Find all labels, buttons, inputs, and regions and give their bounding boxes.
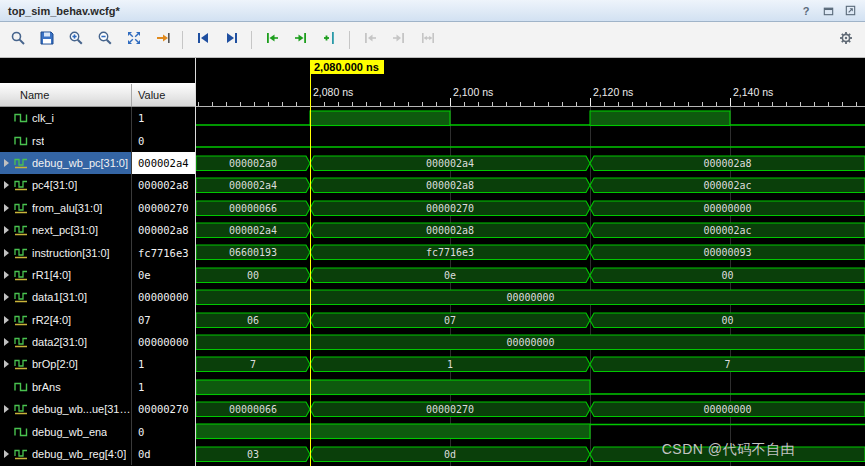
signal-name-cell[interactable]: debug_wb_reg[4:0] (0, 443, 131, 465)
go-to-last-time-button[interactable] (218, 27, 245, 53)
expand-arrow-icon[interactable] (4, 360, 9, 368)
tab-title[interactable]: top_sim_behav.wcfg* (0, 5, 120, 17)
signal-row[interactable]: brAns1 (0, 376, 195, 398)
signal-value: 0 (131, 129, 195, 151)
cursor-time-label[interactable]: 2,080.000 ns (310, 60, 384, 74)
expand-arrow-icon[interactable] (4, 181, 9, 189)
wave-row[interactable]: 00000000 (196, 286, 865, 308)
signal-name-cell[interactable]: data2[31:0] (0, 331, 131, 353)
zoom-in-icon (68, 30, 84, 49)
signal-name-cell[interactable]: rR2[4:0] (0, 309, 131, 331)
signal-row[interactable]: debug_wb...ue[31:0]00000270 (0, 398, 195, 420)
expand-arrow-icon[interactable] (4, 316, 9, 324)
signal-name-cell[interactable]: from_alu[31:0] (0, 197, 131, 219)
expand-arrow-icon[interactable] (4, 249, 9, 257)
go-to-time-0-button[interactable] (189, 27, 216, 53)
signal-name-cell[interactable]: pc4[31:0] (0, 174, 131, 196)
settings-button[interactable] (832, 27, 859, 53)
float-window-icon[interactable] (821, 4, 835, 18)
signal-name-cell[interactable]: clk_i (0, 107, 131, 129)
signal-row[interactable]: from_alu[31:0]00000270 (0, 197, 195, 219)
signal-name-cell[interactable]: rR1[4:0] (0, 264, 131, 286)
signal-row[interactable]: instruction[31:0]fc7716e3 (0, 241, 195, 263)
signal-row[interactable]: data1[31:0]00000000 (0, 286, 195, 308)
signal-row[interactable]: debug_wb_reg[4:0]0d (0, 443, 195, 465)
ruler-minor-tick (506, 102, 507, 106)
zoom-fit-button[interactable] (120, 27, 147, 53)
signal-row[interactable]: rR2[4:0]07 (0, 309, 195, 331)
signal-list: clk_i1rst0debug_wb_pc[31:0]000002a4pc4[3… (0, 107, 195, 466)
save-wave-config-button[interactable] (33, 27, 60, 53)
help-icon[interactable]: ? (799, 4, 813, 18)
expand-arrow-icon[interactable] (4, 159, 9, 167)
expand-arrow-icon[interactable] (4, 450, 9, 458)
zoom-out-button[interactable] (91, 27, 118, 53)
signal-row[interactable]: debug_wb_ena0 (0, 420, 195, 442)
wave-row[interactable]: 000e00 (196, 264, 865, 286)
expand-arrow-icon[interactable] (4, 271, 9, 279)
maximize-icon[interactable] (843, 4, 857, 18)
time-ruler[interactable]: 2,080 ns2,100 ns2,120 ns2,140 ns (196, 83, 865, 107)
svg-text:0d: 0d (444, 449, 456, 460)
signal-row[interactable]: rR1[4:0]0e (0, 264, 195, 286)
wave-row[interactable]: 060700 (196, 309, 865, 331)
wave-row[interactable] (196, 129, 865, 151)
signal-row[interactable]: next_pc[31:0]000002a8 (0, 219, 195, 241)
bus-signal-icon (14, 314, 28, 326)
toolbar-separator (251, 31, 252, 49)
previous-marker-button[interactable] (356, 27, 383, 53)
previous-transition-button[interactable] (258, 27, 285, 53)
next-marker-button[interactable] (385, 27, 412, 53)
svg-text:00: 00 (247, 270, 259, 281)
find-button[interactable] (4, 27, 31, 53)
signal-row[interactable]: debug_wb_pc[31:0]000002a4 (0, 152, 195, 174)
wave-row[interactable] (196, 376, 865, 398)
signal-row[interactable]: data2[31:0]00000000 (0, 331, 195, 353)
wave-row[interactable]: 000002a4000002a8000002ac (196, 174, 865, 196)
wave-row[interactable]: 000000660000027000000000 (196, 398, 865, 420)
next-transition-button[interactable] (287, 27, 314, 53)
expand-arrow-icon[interactable] (4, 338, 9, 346)
cursor-marker-line[interactable] (310, 74, 311, 466)
zoom-in-button[interactable] (62, 27, 89, 53)
wave-row[interactable]: 717 (196, 353, 865, 375)
wave-row[interactable]: 00000000 (196, 331, 865, 353)
signal-row[interactable]: brOp[2:0]1 (0, 353, 195, 375)
wave-row[interactable] (196, 420, 865, 442)
signal-row[interactable]: rst0 (0, 129, 195, 151)
svg-text:00000000: 00000000 (506, 292, 554, 303)
signal-name-cell[interactable]: instruction[31:0] (0, 241, 131, 263)
signal-row[interactable]: pc4[31:0]000002a8 (0, 174, 195, 196)
value-column-header[interactable]: Value (131, 84, 195, 106)
bit-signal-icon (14, 426, 28, 438)
wave-row[interactable]: 06600193fc7716e300000093 (196, 241, 865, 263)
svg-text:000002a4: 000002a4 (229, 225, 277, 236)
signal-name-cell[interactable]: next_pc[31:0] (0, 219, 131, 241)
zoom-to-cursor-button[interactable] (149, 27, 176, 53)
wave-row[interactable]: 000000660000027000000000 (196, 197, 865, 219)
add-marker-button[interactable] (316, 27, 343, 53)
signal-row[interactable]: clk_i1 (0, 107, 195, 129)
signal-name: rR1[4:0] (32, 269, 71, 281)
signal-name-cell[interactable]: brOp[2:0] (0, 353, 131, 375)
wave-row[interactable]: 000002a0000002a4000002a8 (196, 152, 865, 174)
signal-name-cell[interactable]: rst (0, 129, 131, 151)
signal-name-cell[interactable]: brAns (0, 376, 131, 398)
waveform-area[interactable]: 000002a0000002a4000002a8000002a4000002a8… (196, 107, 865, 466)
expand-arrow-icon[interactable] (4, 226, 9, 234)
svg-text:000002a8: 000002a8 (703, 158, 751, 169)
signal-name-cell[interactable]: data1[31:0] (0, 286, 131, 308)
svg-text:000002ac: 000002ac (703, 225, 751, 236)
bus-signal-icon (14, 358, 28, 370)
wave-row[interactable]: 000002a4000002a8000002ac (196, 219, 865, 241)
expand-arrow-icon[interactable] (4, 293, 9, 301)
signal-name-cell[interactable]: debug_wb_pc[31:0] (0, 152, 131, 174)
name-column-header[interactable]: Name (0, 89, 131, 101)
signal-name-cell[interactable]: debug_wb_ena (0, 420, 131, 442)
expand-arrow-icon[interactable] (4, 204, 9, 212)
expand-arrow-icon[interactable] (4, 405, 9, 413)
swap-cursors-button[interactable] (414, 27, 441, 53)
wave-row[interactable] (196, 107, 865, 129)
svg-text:7: 7 (250, 359, 256, 370)
signal-name-cell[interactable]: debug_wb...ue[31:0] (0, 398, 131, 420)
